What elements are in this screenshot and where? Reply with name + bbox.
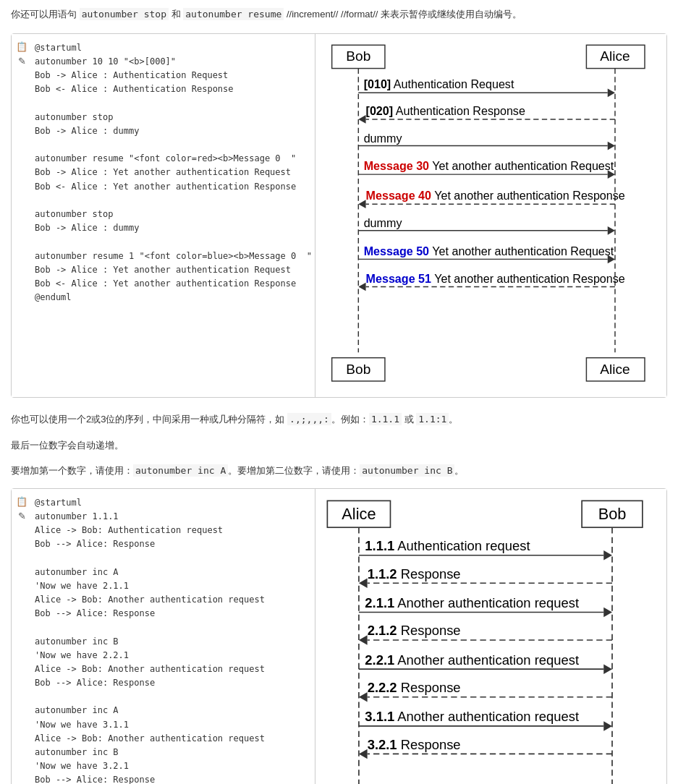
code-panel-2: 📋 ✎ @startuml autonumber 1.1.1 Alice -> … <box>12 489 315 784</box>
intro-4b: 。要增加第二位数字，请使用： <box>228 465 360 476</box>
svg-marker-56 <box>359 692 368 702</box>
code-111: 1.1.1 <box>369 413 402 425</box>
intro-text-1c: //increment// //format// 来表示暂停或继续使用自动编号。 <box>284 9 522 20</box>
code-11c1: 1.1:1 <box>416 413 449 425</box>
edit-icon-2[interactable]: ✎ <box>16 511 27 522</box>
svg-text:dummy: dummy <box>364 132 403 145</box>
svg-text:2.1.1 Another authentication r: 2.1.1 Another authentication request <box>365 595 579 610</box>
section-2: 📋 ✎ @startuml autonumber 1.1.1 Alice -> … <box>11 488 667 784</box>
edit-icon[interactable]: ✎ <box>16 56 27 67</box>
svg-text:3.2.1 Response: 3.2.1 Response <box>368 736 461 751</box>
svg-text:2.2.2 Response: 2.2.2 Response <box>368 680 461 695</box>
intro-2a: 你也可以使用一个2或3位的序列，中间采用一种或几种分隔符，如 <box>11 414 287 425</box>
intro-2c: 或 <box>402 414 416 425</box>
svg-marker-13 <box>608 141 615 150</box>
svg-marker-47 <box>603 607 612 616</box>
svg-text:3.1.1 Another authentication r: 3.1.1 Another authentication request <box>365 709 579 724</box>
svg-marker-28 <box>358 282 365 291</box>
svg-marker-10 <box>358 115 365 124</box>
intro-text-4: 要增加第一个数字，请使用：autonumber inc A。要增加第二位数字，请… <box>11 462 667 479</box>
svg-marker-59 <box>603 721 612 730</box>
svg-text:2.1.2 Response: 2.1.2 Response <box>368 623 461 638</box>
intro-text-1b: 和 <box>169 9 183 20</box>
intro-text-3: 最后一位数字会自动递增。 <box>11 437 667 453</box>
section-1: 📋 ✎ @startuml autonumber 10 10 "<b>[000]… <box>11 33 667 399</box>
copy-icon-2[interactable]: 📋 <box>16 496 27 508</box>
svg-marker-22 <box>608 226 615 235</box>
code-text-1: @startuml autonumber 10 10 "<b>[000]" Bo… <box>35 41 308 305</box>
svg-text:Alice: Alice <box>600 361 630 376</box>
diagram-svg-2: Alice Bob 1.1.1 Authentication request 1… <box>321 495 661 784</box>
svg-text:Message 50  Yet another authen: Message 50 Yet another authentication Re… <box>364 244 614 257</box>
svg-text:2.2.1 Another authentication r: 2.2.1 Another authentication request <box>365 652 579 667</box>
intro-text-2: 你也可以使用一个2或3位的序列，中间采用一种或几种分隔符，如 .,;,,,:。例… <box>11 411 667 427</box>
svg-text:Alice: Alice <box>600 48 630 64</box>
code-separators: .,;,,,: <box>287 413 331 425</box>
code-resume: autonumber resume <box>183 8 284 20</box>
svg-text:Alice: Alice <box>342 504 376 522</box>
svg-text:Message 51  Yet another authen: Message 51 Yet another authentication Re… <box>366 271 625 284</box>
svg-text:1.1.2 Response: 1.1.2 Response <box>368 566 461 581</box>
svg-marker-44 <box>359 578 368 587</box>
code-icons-2: 📋 ✎ <box>16 496 27 522</box>
svg-marker-19 <box>358 200 365 208</box>
diagram-panel-2: Alice Bob 1.1.1 Authentication request 1… <box>315 489 666 784</box>
code-text-2: @startuml autonumber 1.1.1 Alice -> Bob:… <box>35 496 308 784</box>
intro-2b: 。例如： <box>331 414 369 425</box>
svg-text:Bob: Bob <box>346 361 370 376</box>
diagram-panel-1: Bob Alice [010] Authentication Request [… <box>315 34 666 398</box>
code-inc-a: autonumber inc A <box>133 464 228 477</box>
code-panel-1: 📋 ✎ @startuml autonumber 10 10 "<b>[000]… <box>12 34 315 398</box>
intro-2d: 。 <box>449 414 458 425</box>
svg-marker-62 <box>359 749 368 758</box>
svg-text:Bob: Bob <box>598 504 627 522</box>
svg-text:[010] Authentication Request: [010] Authentication Request <box>364 77 514 90</box>
svg-text:Message 40  Yet another authen: Message 40 Yet another authentication Re… <box>366 189 625 202</box>
intro-text-1: 你还可以用语句 autonumber stop 和 autonumber res… <box>11 7 667 22</box>
code-icons-1: 📋 ✎ <box>16 41 27 67</box>
svg-marker-41 <box>603 550 612 560</box>
intro-4c: 。 <box>454 465 464 476</box>
svg-marker-7 <box>608 88 615 97</box>
intro-4a: 要增加第一个数字，请使用： <box>11 465 133 476</box>
svg-text:1.1.1 Authentication request: 1.1.1 Authentication request <box>365 538 530 553</box>
code-stop: autonumber stop <box>80 8 169 20</box>
svg-text:dummy: dummy <box>364 216 403 229</box>
intro-text-1a: 你还可以用语句 <box>11 9 80 20</box>
diagram-svg-1: Bob Alice [010] Authentication Request [… <box>321 40 661 390</box>
svg-marker-53 <box>603 664 612 673</box>
svg-text:Bob: Bob <box>346 48 370 64</box>
svg-marker-50 <box>359 635 368 644</box>
code-inc-b: autonumber inc B <box>360 464 454 477</box>
copy-icon[interactable]: 📋 <box>16 41 27 53</box>
svg-text:Message 30  Yet another authen: Message 30 Yet another authentication Re… <box>364 159 614 172</box>
svg-text:[020] Authentication Response: [020] Authentication Response <box>366 104 525 117</box>
